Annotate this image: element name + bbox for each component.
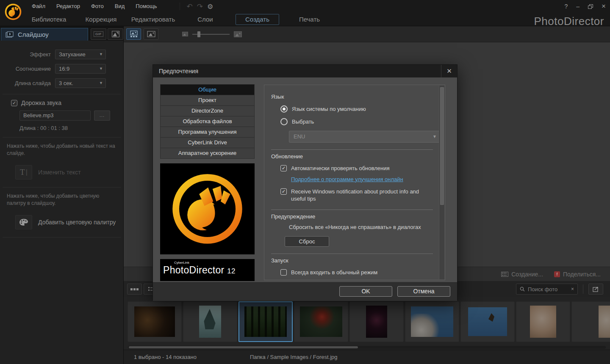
minimize-button[interactable]: – (576, 3, 580, 10)
add-color-palette-button[interactable]: Добавить цветовую палитру (15, 215, 123, 229)
thumbnail-snowboarder[interactable] (460, 301, 515, 342)
open-in-new-window-button[interactable] (588, 284, 603, 295)
help-button[interactable]: ? (564, 3, 568, 10)
edit-text-button[interactable]: T| Изменить текст (15, 165, 123, 179)
language-section-header: Язык (271, 94, 433, 100)
viewer-only-button[interactable] (144, 28, 158, 40)
search-placeholder: Поиск фото (528, 286, 568, 292)
clear-search-icon[interactable]: × (571, 286, 574, 292)
slideshow-tab-label: Слайдшоу (18, 31, 49, 38)
scrollbar-thumb[interactable] (440, 87, 444, 205)
effect-dropdown[interactable]: Затухание▼ (55, 50, 106, 59)
share-button[interactable]: f Поделиться... (554, 271, 601, 278)
thumbnail-red-maple-leaf[interactable] (294, 301, 348, 342)
language-default-option[interactable]: Язык системы по умолчанию (280, 105, 433, 113)
produce-button[interactable]: Создание... (501, 271, 543, 278)
nav-file-handling[interactable]: Обработка файлов (160, 116, 255, 127)
zoom-slider-handle[interactable] (197, 31, 200, 37)
restore-button[interactable] (588, 4, 593, 9)
text-tool-icon: T| (15, 165, 32, 179)
slide-duration-dropdown[interactable]: 3 сек.▼ (55, 78, 106, 88)
chevron-down-icon: ▼ (99, 64, 103, 73)
checkbox-unchecked-icon[interactable]: ✓ (280, 269, 287, 276)
dialog-scrollbar[interactable] (439, 85, 444, 279)
audio-track-label: Дорожка звука (21, 99, 61, 106)
tab-gif[interactable]: GIF (91, 28, 106, 40)
menu-file[interactable]: Файл (26, 0, 51, 13)
cyberlink-logo-icon (4, 3, 22, 21)
divider (271, 210, 433, 210)
viewer-toolbar (124, 26, 610, 42)
ok-button[interactable]: OK (339, 286, 392, 297)
zoom-slider[interactable] (182, 31, 242, 37)
brand-photodirector: PhotoDirector (163, 265, 225, 276)
reset-button[interactable]: Сброс (285, 236, 329, 247)
image-filmstrip-icon (130, 30, 138, 38)
scrollbar-thumb[interactable] (129, 346, 358, 348)
menu-photo[interactable]: Фото (86, 0, 109, 13)
divider (3, 187, 121, 188)
tab-adjustment[interactable]: Коррекция (75, 13, 127, 26)
nav-improvement-program[interactable]: Программа улучшения (160, 127, 255, 138)
add-palette-hint: Нажать ниже, чтобы добавить цветную пали… (7, 193, 116, 207)
redo-icon[interactable]: ↷ (197, 2, 203, 11)
warning-description: Сбросить все «Никогда не спрашивать» в д… (289, 224, 433, 230)
audio-file-field[interactable]: Believe.mp3 (19, 110, 91, 121)
audio-track-checkbox[interactable]: ✓ (11, 100, 17, 106)
thumbnail-forest-selected[interactable] (238, 301, 293, 342)
close-button[interactable]: × (602, 2, 606, 11)
thumbnail-woman-portrait[interactable] (516, 301, 570, 342)
add-palette-label: Добавить цветовую палитру (38, 219, 116, 226)
tab-collage[interactable] (108, 28, 123, 40)
tab-layers[interactable]: Слои (179, 13, 231, 26)
nav-project[interactable]: Проект (160, 95, 255, 106)
tab-library[interactable]: Библиотека (23, 13, 75, 26)
settings-gear-icon[interactable]: ⚙ (207, 3, 213, 11)
dialog-close-button[interactable]: ✕ (441, 65, 457, 77)
photo-search-input[interactable]: Поиск фото × (516, 284, 578, 295)
photo-filmstrip (124, 297, 610, 345)
brand-version: 12 (227, 267, 236, 275)
nav-directorzone[interactable]: DirectorZone (160, 105, 255, 116)
browse-audio-button[interactable]: ... (94, 110, 110, 121)
filmstrip-scrollbar[interactable] (124, 345, 610, 350)
normal-mode-checkbox-row[interactable]: ✓ Всегда входить в обычный режим (280, 269, 433, 276)
divider (271, 149, 433, 150)
zoom-slider-track[interactable] (192, 34, 230, 35)
radio-selected-icon[interactable] (280, 105, 288, 113)
cancel-button[interactable]: Отмена (397, 286, 450, 297)
checkbox-checked-icon[interactable]: ✓ (280, 165, 287, 171)
auto-update-checkbox-row[interactable]: ✓ Автоматически проверять обновления (280, 165, 433, 172)
external-link-icon (593, 287, 599, 292)
tab-edit[interactable]: Редактировать (127, 13, 179, 26)
nav-cyberlink-drive[interactable]: CyberLink Drive (160, 137, 255, 148)
grid-view-button[interactable] (127, 284, 142, 295)
radio-unselected-icon[interactable] (280, 118, 288, 125)
tab-create[interactable]: Создать (231, 13, 283, 26)
menu-view[interactable]: Вид (109, 0, 130, 13)
divider (3, 94, 121, 94)
thumbnail-neon-sign[interactable] (349, 301, 404, 342)
checkbox-checked-icon[interactable]: ✓ (280, 188, 287, 195)
menu-help[interactable]: Помощь (130, 0, 162, 13)
nav-general[interactable]: Общие (160, 84, 255, 95)
thumbnail-woman-partial[interactable] (571, 301, 610, 342)
nav-hardware-acceleration[interactable]: Аппаратное ускорение (160, 148, 255, 159)
tab-print[interactable]: Печать (283, 13, 336, 26)
add-text-hint: Нажать ниже, чтобы добавить новый текст … (7, 143, 116, 157)
undo-icon[interactable]: ↶ (187, 2, 193, 11)
status-bar: 1 выбрано - 14 показано Папка / Sample I… (124, 350, 610, 364)
viewer-with-filmstrip-button[interactable] (126, 28, 141, 40)
thumbnail-basketball-dunk[interactable] (128, 301, 182, 342)
improvement-program-link[interactable]: Подробнее о программе улучшения онлайн (291, 176, 403, 182)
language-choose-option[interactable]: Выбрать (280, 118, 433, 125)
thumbnail-ship-painting[interactable] (183, 301, 237, 342)
language-select[interactable]: ENU ▼ (289, 131, 439, 143)
windows-notifications-checkbox-row[interactable]: ✓ Receive Windows notification about pro… (280, 188, 433, 203)
menu-editor[interactable]: Редактор (51, 0, 86, 13)
tab-slideshow[interactable]: Слайдшоу (1, 28, 88, 41)
divider (271, 254, 433, 254)
selection-count: 1 выбрано - 14 показано (134, 354, 197, 360)
aspect-ratio-dropdown[interactable]: 16:9▼ (55, 64, 106, 74)
thumbnail-rocket-launch[interactable] (405, 301, 459, 342)
